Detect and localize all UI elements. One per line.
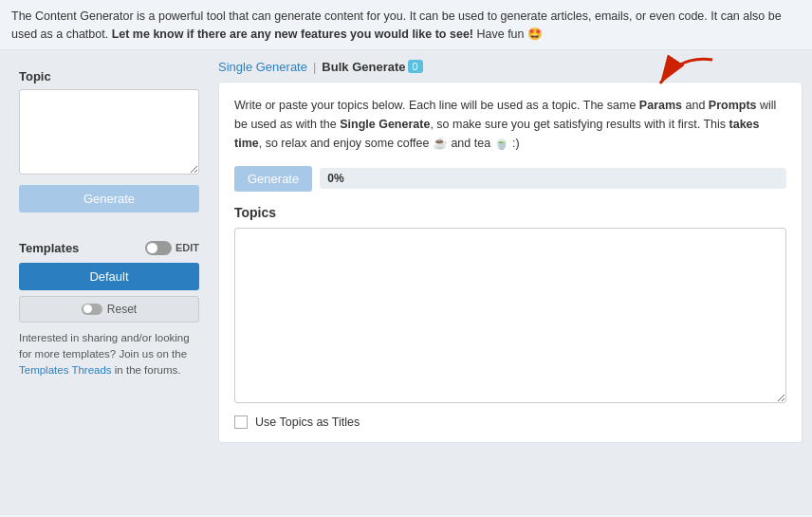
reset-button[interactable]: Reset bbox=[19, 296, 199, 323]
bulk-desc-params: Params bbox=[639, 99, 682, 112]
bulk-desc-single: Single Generate bbox=[340, 118, 430, 131]
toggle-edit-row: EDIT bbox=[145, 241, 199, 255]
templates-info: Interested in sharing and/or looking for… bbox=[19, 330, 199, 379]
main-layout: Topic Generate Templates EDIT Default Re… bbox=[0, 50, 812, 515]
bulk-desc-p3: , so make sure you get satisfying result… bbox=[430, 118, 729, 131]
topics-section-title: Topics bbox=[234, 205, 786, 220]
topic-input[interactable] bbox=[19, 89, 199, 175]
banner-text: The Content Generator is a powerful tool… bbox=[11, 9, 782, 41]
bulk-generate-button[interactable]: Generate bbox=[234, 166, 312, 192]
templates-toggle[interactable] bbox=[145, 241, 172, 255]
arrow-annotation bbox=[641, 50, 717, 101]
templates-title: Templates bbox=[19, 241, 79, 255]
bulk-desc-p4: , so relax and enjoy some coffee ☕ and t… bbox=[259, 137, 520, 150]
templates-info-suffix: in the forums. bbox=[112, 364, 181, 376]
progress-bar: 0% bbox=[320, 168, 786, 189]
sidebar-generate-button[interactable]: Generate bbox=[19, 185, 199, 212]
sidebar: Topic Generate Templates EDIT Default Re… bbox=[9, 60, 209, 506]
bulk-description: Write or paste your topics below. Each l… bbox=[234, 96, 786, 153]
default-template-button[interactable]: Default bbox=[19, 263, 199, 290]
main-content: Single Generate | Bulk Generate 0 bbox=[218, 60, 803, 506]
reset-label: Reset bbox=[107, 303, 137, 316]
bulk-desc-p1: Write or paste your topics below. Each l… bbox=[234, 99, 639, 112]
templates-threads-link[interactable]: Templates Threads bbox=[19, 364, 112, 376]
bulk-desc-and: and bbox=[682, 99, 709, 112]
edit-label: EDIT bbox=[175, 242, 199, 253]
bulk-desc-prompts: Prompts bbox=[709, 99, 757, 112]
tabs-row: Single Generate | Bulk Generate 0 bbox=[218, 60, 803, 74]
templates-info-text: Interested in sharing and/or looking for… bbox=[19, 332, 190, 360]
templates-card: Templates EDIT Default Reset Interested … bbox=[9, 231, 209, 389]
use-topics-row: Use Topics as Titles bbox=[234, 415, 786, 429]
progress-row: Generate 0% bbox=[234, 166, 786, 192]
reset-toggle-icon bbox=[82, 304, 102, 315]
topic-card: Topic Generate bbox=[9, 60, 209, 222]
topic-label: Topic bbox=[19, 69, 199, 83]
content-card: Write or paste your topics below. Each l… bbox=[218, 82, 803, 443]
topics-textarea[interactable] bbox=[234, 228, 786, 403]
use-topics-checkbox[interactable] bbox=[234, 415, 248, 429]
templates-header: Templates EDIT bbox=[19, 241, 199, 255]
progress-label: 0% bbox=[327, 172, 343, 185]
tab-single-generate[interactable]: Single Generate bbox=[218, 60, 307, 74]
top-banner: The Content Generator is a powerful tool… bbox=[0, 0, 812, 50]
tab-separator: | bbox=[313, 60, 316, 74]
bulk-badge: 0 bbox=[408, 60, 423, 73]
use-topics-label: Use Topics as Titles bbox=[255, 415, 360, 429]
tab-bulk-generate[interactable]: Bulk Generate bbox=[322, 60, 405, 74]
